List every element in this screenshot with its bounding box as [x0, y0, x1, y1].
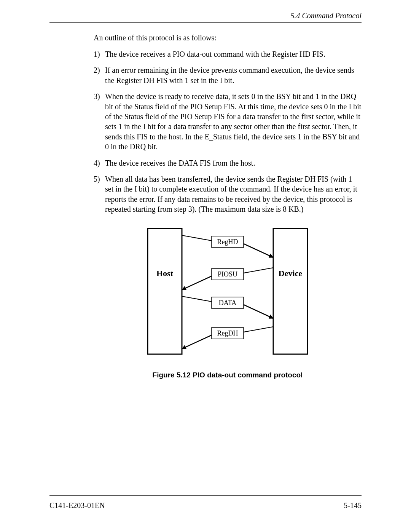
arrow-line: [182, 235, 212, 241]
list-item: 2) If an error remaining in the device p…: [94, 65, 362, 85]
arrow-right-icon: [244, 244, 273, 257]
msg-data-label: DATA: [219, 299, 237, 307]
numbered-list: 1) The device receives a PIO data-out co…: [94, 49, 362, 214]
arrow-left-icon: [182, 276, 212, 290]
list-item-text: When the device is ready to receive data…: [105, 91, 362, 152]
intro-paragraph: An outline of this protocol is as follow…: [94, 34, 362, 42]
list-item-number: 3): [94, 91, 105, 152]
msg-reghd-label: RegHD: [217, 238, 238, 246]
list-item-number: 2): [94, 65, 105, 85]
msg-piosu-label: PIOSU: [218, 270, 237, 278]
list-item: 5) When all data has been transferred, t…: [94, 174, 362, 214]
list-item: 4) The device receives the DATA FIS from…: [94, 158, 362, 168]
running-header: 5.4 Command Protocol: [49, 11, 362, 23]
device-label: Device: [279, 268, 303, 278]
arrow-line: [244, 327, 273, 332]
figure-caption: Figure 5.12 PIO data-out command protoco…: [94, 371, 362, 379]
doc-id: C141-E203-01EN: [49, 501, 105, 510]
page-footer: C141-E203-01EN 5-145: [49, 495, 362, 510]
list-item: 1) The device receives a PIO data-out co…: [94, 49, 362, 59]
list-item-number: 1): [94, 49, 105, 59]
page: 5.4 Command Protocol An outline of this …: [0, 0, 411, 532]
arrow-right-icon: [244, 305, 273, 318]
list-item-number: 4): [94, 158, 105, 168]
list-item-text: If an error remaining in the device prev…: [105, 65, 362, 85]
protocol-diagram: Host Device RegHD PIOSU DATA: [136, 225, 319, 358]
host-label: Host: [156, 268, 174, 278]
list-item-text: When all data has been transferred, the …: [105, 174, 362, 214]
list-item-number: 5): [94, 174, 105, 214]
section-title: 5.4 Command Protocol: [291, 11, 362, 20]
list-item: 3) When the device is ready to receive d…: [94, 91, 362, 152]
device-box: [273, 228, 307, 354]
figure: Host Device RegHD PIOSU DATA: [94, 225, 362, 379]
arrow-left-icon: [182, 335, 212, 349]
list-item-text: The device receives the DATA FIS from th…: [105, 158, 362, 168]
msg-regdh-label: RegDH: [217, 329, 238, 337]
page-number: 5-145: [344, 501, 362, 510]
arrow-line: [244, 268, 273, 273]
host-box: [148, 228, 182, 354]
body-content: An outline of this protocol is as follow…: [49, 34, 362, 379]
arrow-line: [182, 296, 212, 302]
list-item-text: The device receives a PIO data-out comma…: [105, 49, 362, 59]
